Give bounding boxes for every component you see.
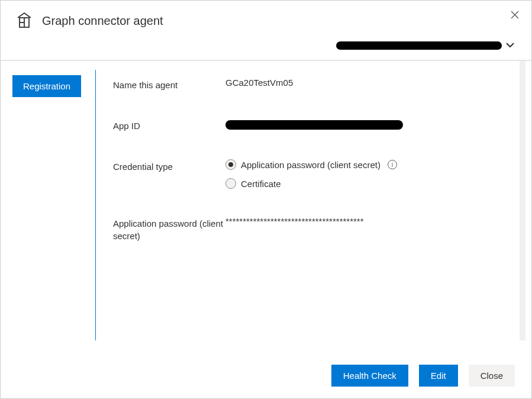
form-panel: Name this agent GCa20TestVm05 App ID Cre…	[95, 61, 531, 340]
account-name-redacted	[336, 41, 502, 50]
radio-label-password: Application password (client secret)	[241, 160, 381, 170]
close-icon[interactable]	[509, 9, 521, 21]
value-app-id-redacted	[225, 118, 508, 130]
value-agent-name: GCa20TestVm05	[225, 78, 508, 88]
dialog-title: Graph connector agent	[42, 14, 163, 28]
tab-registration[interactable]: Registration	[12, 75, 81, 97]
sidebar: Registration	[1, 61, 95, 340]
label-app-password: Application password (client secret)	[113, 216, 225, 242]
label-app-id: App ID	[113, 118, 225, 132]
label-credential-type: Credential type	[113, 159, 225, 173]
radio-label-certificate: Certificate	[241, 179, 281, 189]
label-agent-name: Name this agent	[113, 78, 225, 91]
radio-certificate[interactable]: Certificate	[225, 178, 508, 189]
scrollbar[interactable]	[520, 61, 525, 340]
dialog-footer: Health Check Edit Close	[1, 353, 531, 398]
radio-dot-icon	[225, 178, 236, 189]
health-check-button[interactable]: Health Check	[331, 365, 408, 387]
account-selector[interactable]	[1, 36, 531, 61]
edit-button[interactable]: Edit	[419, 365, 458, 387]
info-icon[interactable]: i	[388, 160, 397, 169]
close-button[interactable]: Close	[469, 365, 515, 387]
dialog-header: Graph connector agent	[1, 1, 531, 36]
chevron-down-icon	[505, 41, 515, 50]
app-icon	[15, 11, 34, 30]
radio-application-password[interactable]: Application password (client secret) i	[225, 159, 508, 170]
radio-dot-icon	[225, 159, 236, 170]
value-app-password-masked: ****************************************	[225, 216, 508, 226]
credential-type-radio-group: Application password (client secret) i C…	[225, 159, 508, 189]
